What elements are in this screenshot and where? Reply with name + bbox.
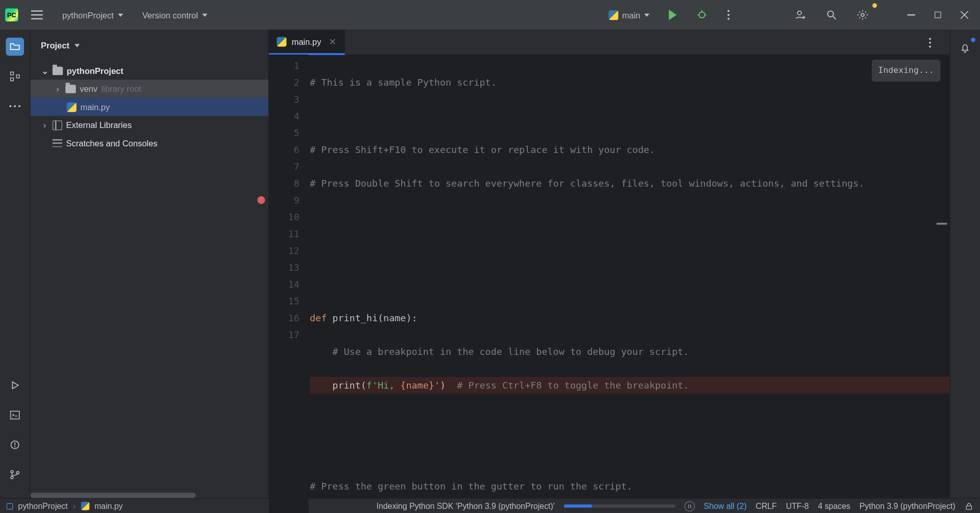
chevron-down-icon [202,13,207,16]
line-number: 16 [269,310,300,326]
services-tool-button[interactable] [6,376,24,395]
code-comment: # Press the green button in the gutter t… [310,481,632,491]
ellipsis-icon [9,105,21,108]
minimap-marker [937,223,947,225]
code-fexpr: {name} [400,380,434,390]
project-pane-header[interactable]: Project [31,30,268,61]
project-name-label: pythonProject [62,10,114,20]
folder-icon [53,66,63,75]
folder-icon [9,41,21,53]
chevron-down-icon [117,13,122,16]
settings-button[interactable] [850,5,875,24]
python-file-icon [67,102,77,112]
close-icon [961,11,968,19]
svg-rect-16 [11,78,14,81]
tree-external-libraries[interactable]: › External Libraries [31,116,268,134]
library-icon [53,120,62,130]
line-number: 5 [269,124,300,141]
code-keyword: def [310,313,332,323]
notifications-button[interactable] [956,39,974,57]
folder-icon [65,85,76,93]
read-lock-icon[interactable] [964,501,973,510]
svg-point-0 [699,12,704,17]
svg-rect-22 [11,411,19,419]
tree-root[interactable]: ⌄ pythonProject [31,62,268,80]
chevron-down-icon [75,44,80,47]
line-number: 14 [269,276,300,293]
project-dropdown[interactable]: pythonProject [56,5,129,24]
kebab-icon [929,38,932,48]
title-bar: PC pythonProject Version control main [0,0,980,30]
window-close[interactable] [954,5,975,24]
line-number: 2 [269,74,300,91]
more-tool-button[interactable] [6,97,24,115]
window-restore[interactable] [928,5,947,24]
tree-external-label: External Libraries [66,120,132,130]
run-config-dropdown[interactable]: main [602,5,656,24]
editor-tabs: main.py ✕ [269,30,949,54]
svg-point-18 [9,105,11,107]
warning-icon [9,439,21,451]
tree-scratches[interactable]: Scratches and Consoles [31,134,268,152]
svg-point-28 [17,472,19,474]
search-button[interactable] [819,5,844,24]
svg-line-11 [833,16,836,19]
main-menu-button[interactable] [24,5,49,24]
project-tool-button[interactable] [6,38,24,56]
close-tab-icon[interactable]: ✕ [329,36,336,46]
code-text: ) [440,380,457,390]
debug-button[interactable] [690,5,714,24]
project-tree: ⌄ pythonProject › venv library root main… [31,62,268,498]
expand-icon: › [41,120,48,130]
horizontal-scrollbar[interactable] [31,493,196,498]
svg-point-5 [727,14,729,16]
more-actions-button[interactable] [721,5,736,24]
code-string: ' [434,380,440,390]
breakpoint-line-number[interactable]: 9 [269,192,300,209]
tree-file-label: main.py [80,102,110,112]
svg-point-29 [929,38,931,40]
structure-icon [9,70,21,82]
services-icon [9,379,21,391]
editor-area: main.py ✕ 1 2 3 4 5 6 7 8 9 10 11 [269,30,949,498]
svg-point-7 [797,11,801,15]
code-string: f'Hi, [366,380,401,390]
line-number: 8 [269,175,300,192]
terminal-tool-button[interactable] [6,406,24,424]
line-number: 12 [269,242,300,259]
right-tool-rail [949,30,980,498]
tab-actions-button[interactable] [918,31,942,55]
svg-point-20 [18,105,20,107]
svg-point-25 [14,446,15,447]
svg-point-4 [727,10,729,12]
pycharm-logo-icon: PC [5,9,18,21]
tree-file-main[interactable]: main.py [31,98,268,116]
line-number: 7 [269,158,300,175]
tree-root-label: pythonProject [67,66,124,75]
minimize-icon [908,14,915,15]
restore-icon [935,12,941,18]
svg-point-19 [14,105,16,107]
code-comment: # Press Shift+F10 to execute it or repla… [310,144,655,155]
svg-rect-17 [16,75,19,78]
python-file-icon [608,10,618,20]
problems-tool-button[interactable] [6,436,24,454]
indexing-badge: Indexing... [872,60,941,82]
account-button[interactable] [788,5,813,24]
editor-tab-main[interactable]: main.py ✕ [269,30,345,55]
run-button[interactable] [663,5,683,24]
breadcrumb[interactable]: pythonProject › main.py [7,501,123,510]
editor-body[interactable]: 1 2 3 4 5 6 7 8 9 10 11 12 13 14 15 16 1… [269,55,949,513]
line-number: 17 [269,326,300,343]
left-tool-rail [0,30,31,498]
editor-gutter[interactable]: 1 2 3 4 5 6 7 8 9 10 11 12 13 14 15 16 1… [269,55,308,513]
git-tool-button[interactable] [6,466,24,484]
vcs-dropdown[interactable]: Version control [136,5,213,24]
code-comment: # Press Double Shift to search everywher… [310,178,864,188]
tree-venv[interactable]: › venv library root [31,80,268,98]
editor-code[interactable]: # This is a sample Python script. # Pres… [308,55,949,513]
structure-tool-button[interactable] [6,67,24,86]
chevron-down-icon [644,13,649,16]
window-minimize[interactable] [901,5,922,24]
svg-rect-32 [966,506,971,509]
